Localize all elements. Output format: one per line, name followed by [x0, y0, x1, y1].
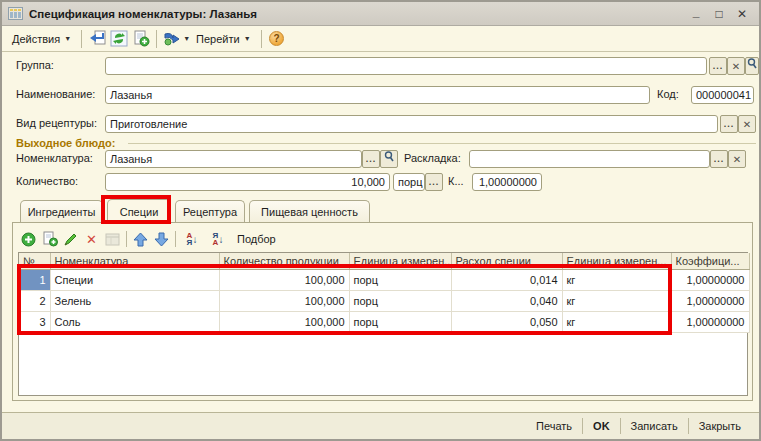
recipe-type-field[interactable]: Приготовление: [105, 115, 718, 133]
name-field[interactable]: Лазанья: [105, 86, 650, 104]
consumption-cell[interactable]: 0,050: [451, 311, 562, 332]
grid-toolbar-separator: [175, 231, 176, 247]
name-label: Наименование:: [16, 88, 95, 100]
unit2-cell[interactable]: кг: [562, 269, 671, 290]
code-field[interactable]: 000000041: [691, 86, 754, 104]
unit-cell[interactable]: порц: [349, 311, 451, 332]
table-row[interactable]: 1 Специи 100,000 порц 0,014 кг 1,0000000…: [19, 269, 749, 290]
col-header-nomenclature[interactable]: Номенклатура: [50, 253, 219, 269]
delete-row-button[interactable]: ✕: [81, 230, 102, 249]
copy-row-button[interactable]: [39, 230, 60, 249]
pick-button[interactable]: Подбор: [237, 233, 276, 245]
col-header-unit1[interactable]: Единица измерен...: [349, 253, 451, 269]
unit2-cell[interactable]: кг: [562, 290, 671, 311]
edit-row-button[interactable]: [60, 230, 81, 249]
ok-button[interactable]: OK: [583, 418, 620, 434]
col-header-spice-consumption[interactable]: Расход специи: [451, 253, 562, 269]
group-ellipsis-button[interactable]: ...: [709, 57, 727, 75]
quantity-label: Количество:: [16, 175, 78, 187]
recipe-type-ellipsis-button[interactable]: ...: [720, 115, 738, 133]
nomenclature-ellipsis-button[interactable]: ...: [362, 150, 380, 168]
nomenclature-cell[interactable]: Зелень: [50, 290, 219, 311]
search-icon: [384, 151, 394, 162]
close-button[interactable]: ✕: [735, 7, 749, 21]
unit-field[interactable]: порц: [393, 173, 425, 191]
nomenclature-search-button[interactable]: [380, 150, 398, 168]
group-clear-button[interactable]: ✕: [727, 57, 745, 75]
tab-recipe[interactable]: Рецептура: [175, 200, 245, 223]
move-down-button[interactable]: [151, 230, 172, 249]
row-number-cell[interactable]: 1: [19, 269, 50, 290]
coefficient-field[interactable]: 1,00000000: [472, 173, 542, 191]
coef-cell[interactable]: 1,00000000: [671, 290, 749, 311]
footer-bar: Печать OK Записать Закрыть: [2, 412, 759, 439]
toolbar-separator: [156, 30, 157, 48]
print-button[interactable]: Печать: [526, 418, 582, 434]
consumption-cell[interactable]: 0,014: [451, 269, 562, 290]
add-icon: [21, 232, 36, 247]
nomenclature-cell[interactable]: Соль: [50, 311, 219, 332]
save-record-button[interactable]: [86, 29, 108, 49]
chevron-down-icon[interactable]: ▼: [183, 35, 190, 42]
goto-menu-button[interactable]: Перейти ▼: [190, 31, 257, 47]
qty-cell[interactable]: 100,000: [219, 290, 349, 311]
actions-menu-button[interactable]: Действия ▼: [6, 31, 77, 47]
layout-ellipsis-button[interactable]: ...: [710, 150, 728, 168]
maximize-button[interactable]: □: [712, 7, 726, 21]
tab-ingredients[interactable]: Ингредиенты: [20, 200, 103, 223]
unit-cell[interactable]: порц: [349, 269, 451, 290]
delete-icon: ✕: [86, 232, 97, 247]
close-form-button[interactable]: Закрыть: [689, 418, 751, 434]
col-header-product-qty[interactable]: Количество продукции: [219, 253, 349, 269]
coef-cell[interactable]: 1,00000000: [671, 269, 749, 290]
grid-toolbar: ✕ АЯ ↓ ЯА ↓ Подбор: [18, 229, 276, 249]
row-number-cell[interactable]: 2: [19, 290, 50, 311]
qty-cell[interactable]: 100,000: [219, 311, 349, 332]
code-label: Код:: [657, 88, 679, 100]
help-button[interactable]: ?: [266, 29, 288, 49]
col-header-coefficient[interactable]: Коэффици...: [671, 253, 749, 269]
add-row-button[interactable]: [18, 230, 39, 249]
toolbar-separator: [261, 30, 262, 48]
refresh-button[interactable]: [108, 29, 130, 49]
copy-new-button[interactable]: [130, 29, 152, 49]
minimize-button[interactable]: _: [689, 5, 703, 19]
unit-ellipsis-button[interactable]: ...: [425, 173, 443, 191]
spices-table: № Номенклатура Количество продукции Един…: [18, 252, 748, 396]
qty-cell[interactable]: 100,000: [219, 269, 349, 290]
row-number-cell[interactable]: 3: [19, 311, 50, 332]
coef-cell[interactable]: 1,00000000: [671, 311, 749, 332]
sort-descending-button[interactable]: ЯА ↓: [205, 230, 231, 249]
quantity-field[interactable]: 10,000: [105, 173, 390, 191]
tab-nutrition[interactable]: Пищевая ценность: [249, 200, 370, 223]
open-related-button[interactable]: [161, 29, 183, 49]
unit-cell[interactable]: порц: [349, 290, 451, 311]
col-header-num[interactable]: №: [19, 253, 50, 269]
table-row[interactable]: 3 Соль 100,000 порц 0,050 кг 1,00000000: [19, 311, 749, 332]
copy-new-icon: [132, 30, 150, 47]
move-up-button[interactable]: [130, 230, 151, 249]
main-toolbar: Действия ▼: [2, 26, 759, 52]
col-header-unit2[interactable]: Единица измерен...: [562, 253, 671, 269]
edit-pencil-icon: [63, 232, 78, 247]
group-search-button[interactable]: [745, 57, 759, 75]
group-field[interactable]: [105, 57, 707, 75]
save-icon: [88, 30, 107, 47]
group-label: Группа:: [16, 59, 54, 71]
unit2-cell[interactable]: кг: [562, 311, 671, 332]
layout-clear-button[interactable]: ✕: [728, 150, 746, 168]
tab-spices[interactable]: Специи: [107, 199, 171, 223]
end-edit-button-disabled: [102, 230, 123, 249]
layout-field[interactable]: [469, 150, 710, 168]
nomenclature-cell[interactable]: Специи: [50, 269, 219, 290]
nomenclature-field[interactable]: Лазанья: [105, 150, 362, 168]
specification-window: Спецификация номенклатуры: Лазанья _ □ ✕…: [0, 0, 761, 441]
arrow-up-icon: [133, 232, 148, 247]
sort-ascending-button[interactable]: АЯ ↓: [179, 230, 205, 249]
coefficient-label: К...: [448, 175, 464, 187]
save-button[interactable]: Записать: [621, 418, 688, 434]
consumption-cell[interactable]: 0,040: [451, 290, 562, 311]
recipe-type-clear-button[interactable]: ✕: [738, 115, 756, 133]
table-row[interactable]: 2 Зелень 100,000 порц 0,040 кг 1,0000000…: [19, 290, 749, 311]
search-icon: [747, 58, 757, 69]
